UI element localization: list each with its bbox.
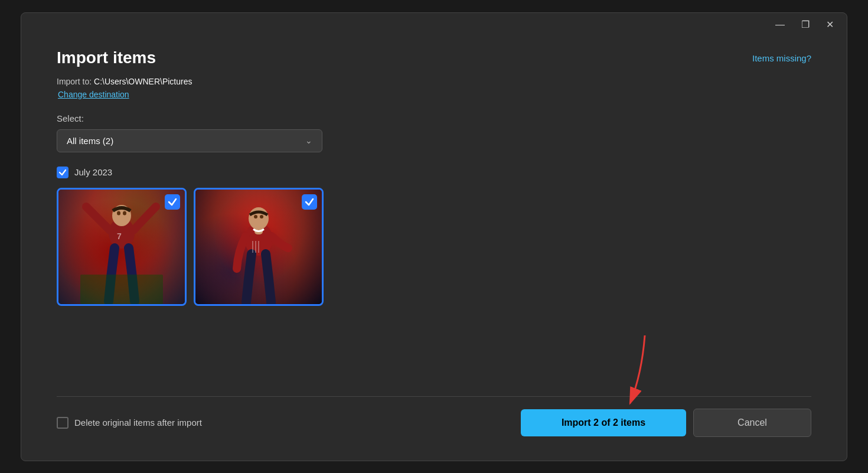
select-label: Select: (57, 113, 811, 123)
svg-rect-5 (80, 275, 163, 304)
maximize-button[interactable]: ❐ (798, 19, 813, 31)
divider (57, 396, 811, 397)
photo-item-2[interactable] (194, 188, 324, 306)
photo-check-1[interactable] (165, 194, 180, 210)
import-button[interactable]: Import 2 of 2 items (521, 409, 686, 436)
svg-point-4 (123, 211, 126, 215)
import-to-row: Import to: C:\Users\OWNER\Pictures (57, 77, 811, 86)
delete-checkbox-row: Delete original items after import (57, 417, 202, 429)
footer-buttons: Import 2 of 2 items Cancel (521, 409, 811, 437)
title-bar: — ❐ ✕ (21, 13, 847, 37)
import-to-path: C:\Users\OWNER\Pictures (94, 77, 192, 86)
group-row: July 2023 (57, 167, 811, 178)
minimize-button[interactable]: — (772, 19, 788, 31)
svg-point-13 (260, 215, 263, 218)
photo-check-2[interactable] (302, 194, 317, 210)
close-button[interactable]: ✕ (823, 19, 837, 31)
select-value: All items (2) (67, 136, 113, 146)
dialog-content: Import items Items missing? Import to: C… (21, 37, 847, 461)
chevron-down-icon: ⌄ (305, 136, 312, 145)
svg-point-3 (117, 211, 120, 215)
svg-text:7: 7 (117, 231, 122, 241)
cancel-button[interactable]: Cancel (693, 409, 811, 437)
change-destination-link[interactable]: Change destination (58, 90, 811, 99)
photos-grid: 7 (57, 188, 811, 306)
footer: Delete original items after import Impor… (57, 409, 811, 443)
header-row: Import items Items missing? (57, 48, 811, 67)
select-dropdown[interactable]: All items (2) ⌄ (57, 129, 322, 152)
import-dialog: — ❐ ✕ Import items Items missing? Import… (21, 12, 847, 461)
items-missing-link[interactable]: Items missing? (752, 53, 811, 63)
import-to-label: Import to: (57, 77, 92, 86)
group-label: July 2023 (74, 167, 112, 177)
photo-item-1[interactable]: 7 (57, 188, 187, 306)
delete-original-checkbox[interactable] (57, 417, 68, 429)
page-title: Import items (57, 48, 156, 67)
delete-original-label: Delete original items after import (74, 417, 202, 428)
svg-point-12 (254, 215, 257, 218)
group-checkbox[interactable] (57, 167, 68, 178)
